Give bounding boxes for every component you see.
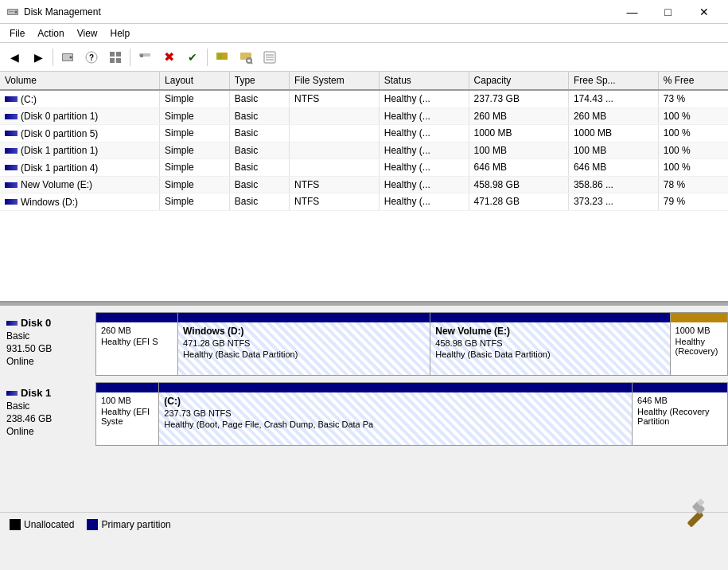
legend-unallocated: Unallocated xyxy=(10,519,74,530)
table-row[interactable]: Windows (D:)SimpleBasicNTFSHealthy (...4… xyxy=(0,193,728,211)
table-header: Volume Layout Type File System Status Ca… xyxy=(0,72,728,90)
toolbar-separator-2 xyxy=(130,49,130,66)
svg-line-19 xyxy=(251,62,252,64)
partition-detail: Healthy (EFI S xyxy=(101,337,173,346)
table-cell: 100 % xyxy=(658,159,728,177)
table-row[interactable]: (Disk 0 partition 1)SimpleBasicHealthy (… xyxy=(0,107,728,125)
accept-button[interactable]: ✔ xyxy=(181,46,204,68)
table-cell: 1000 MB xyxy=(469,125,568,142)
app-icon xyxy=(6,6,19,18)
table-cell: 1000 MB xyxy=(568,125,658,142)
back-button[interactable]: ◀ xyxy=(3,46,25,68)
refresh-button[interactable] xyxy=(134,46,156,68)
partition-disk1-0[interactable]: 100 MBHealthy (EFI Syste xyxy=(96,383,159,445)
svg-rect-11 xyxy=(110,58,115,63)
partition-disk1-2[interactable]: 646 MBHealthy (Recovery Partition xyxy=(633,383,727,445)
partition-header xyxy=(430,313,669,322)
table-cell: 646 MB xyxy=(568,159,658,177)
table-cell: 100 % xyxy=(658,142,728,159)
legend: Unallocated Primary partition xyxy=(0,512,728,537)
table-cell: Simple xyxy=(160,193,230,211)
close-button[interactable]: ✕ xyxy=(686,0,722,24)
maximize-button[interactable]: □ xyxy=(650,0,686,24)
delete-button[interactable]: ✖ xyxy=(158,46,180,68)
table-cell xyxy=(289,142,379,159)
table-cell: NTFS xyxy=(289,90,379,107)
find-button[interactable] xyxy=(235,46,257,68)
table-cell: Simple xyxy=(160,107,230,125)
menu-file[interactable]: File xyxy=(3,26,31,41)
partition-body: 260 MBHealthy (EFI S xyxy=(96,322,177,375)
window-controls: — □ ✕ xyxy=(614,0,722,24)
disk-map-container: Disk 0 Basic 931.50 GB Online 260 MBHeal… xyxy=(0,312,728,446)
table-row[interactable]: (C:)SimpleBasicNTFSHealthy (...237.73 GB… xyxy=(0,90,728,107)
table-cell: 260 MB xyxy=(568,107,658,125)
svg-text:?: ? xyxy=(89,53,94,62)
partition-header xyxy=(633,383,727,392)
partition-size: 646 MB xyxy=(637,396,722,405)
partition-disk0-0[interactable]: 260 MBHealthy (EFI S xyxy=(96,313,178,375)
table-row[interactable]: (Disk 0 partition 5)SimpleBasicHealthy (… xyxy=(0,125,728,142)
table-row[interactable]: (Disk 1 partition 4)SimpleBasicHealthy (… xyxy=(0,159,728,177)
partition-body: (C:)237.73 GB NTFSHealthy (Boot, Page Fi… xyxy=(159,392,632,445)
partition-detail: Healthy (Recovery Partition xyxy=(637,407,722,426)
menu-action[interactable]: Action xyxy=(31,26,70,41)
partition-name: Windows (D:) xyxy=(183,326,425,337)
partition-size: 100 MB xyxy=(101,396,154,405)
disk-partitions-disk1: 100 MBHealthy (EFI Syste(C:)237.73 GB NT… xyxy=(95,382,728,446)
col-status[interactable]: Status xyxy=(379,72,469,90)
details-button[interactable] xyxy=(259,46,281,68)
col-layout[interactable]: Layout xyxy=(160,72,230,90)
minimize-button[interactable]: — xyxy=(614,0,650,24)
table-cell: 260 MB xyxy=(469,107,568,125)
partition-disk0-3[interactable]: 1000 MBHealthy (Recovery) xyxy=(671,313,727,375)
col-filesystem[interactable]: File System xyxy=(289,72,379,90)
help-button[interactable]: ? xyxy=(80,46,103,68)
partition-header xyxy=(96,313,177,322)
partition-size: 237.73 GB NTFS xyxy=(164,408,627,418)
up-button[interactable] xyxy=(211,46,233,68)
table-cell: 73 % xyxy=(658,90,728,107)
table-cell: 358.86 ... xyxy=(568,176,658,193)
view-properties-button[interactable] xyxy=(104,46,127,68)
partition-disk1-1[interactable]: (C:)237.73 GB NTFSHealthy (Boot, Page Fi… xyxy=(159,383,633,445)
col-type[interactable]: Type xyxy=(229,72,289,90)
window-title: Disk Management xyxy=(24,6,101,18)
partition-detail: Healthy (Recovery) xyxy=(675,337,722,356)
partition-detail: Healthy (EFI Syste xyxy=(101,407,154,426)
table-cell: Basic xyxy=(229,193,289,211)
cell-volume: (Disk 0 partition 1) xyxy=(0,107,160,125)
col-capacity[interactable]: Capacity xyxy=(469,72,568,90)
table-cell: Healthy (... xyxy=(379,159,469,177)
table-cell: Healthy (... xyxy=(379,176,469,193)
col-freespace[interactable]: Free Sp... xyxy=(568,72,658,90)
table-cell: 100 % xyxy=(658,107,728,125)
partition-disk0-2[interactable]: New Volume (E:)458.98 GB NTFSHealthy (Ba… xyxy=(430,313,670,375)
partition-body: 646 MBHealthy (Recovery Partition xyxy=(633,392,727,445)
disk-type: Basic xyxy=(6,400,89,412)
cell-volume: Windows (D:) xyxy=(0,193,160,211)
partition-name: New Volume (E:) xyxy=(435,326,664,337)
partition-name: (C:) xyxy=(164,396,627,407)
partition-size: 1000 MB xyxy=(675,326,722,335)
col-percentfree[interactable]: % Free xyxy=(658,72,728,90)
table-cell: 78 % xyxy=(658,176,728,193)
forward-button[interactable]: ▶ xyxy=(27,46,49,68)
table-cell: Basic xyxy=(229,176,289,193)
col-volume[interactable]: Volume xyxy=(0,72,160,90)
table-cell: NTFS xyxy=(289,176,379,193)
table-cell: Basic xyxy=(229,125,289,142)
menu-view[interactable]: View xyxy=(71,26,104,41)
cell-volume: (C:) xyxy=(0,90,160,107)
partition-detail: Healthy (Basic Data Partition) xyxy=(183,349,425,359)
table-row[interactable]: New Volume (E:)SimpleBasicNTFSHealthy (.… xyxy=(0,176,728,193)
disk-label-disk1: Disk 1 Basic 238.46 GB Online xyxy=(0,382,95,446)
cell-volume: (Disk 0 partition 5) xyxy=(0,125,160,142)
partition-disk0-1[interactable]: Windows (D:)471.28 GB NTFSHealthy (Basic… xyxy=(178,313,430,375)
table-row[interactable]: (Disk 1 partition 1)SimpleBasicHealthy (… xyxy=(0,142,728,159)
menu-help[interactable]: Help xyxy=(104,26,137,41)
partition-detail: Healthy (Boot, Page File, Crash Dump, Ba… xyxy=(164,420,627,429)
disk-properties-button[interactable] xyxy=(56,46,79,68)
table-cell: Simple xyxy=(160,90,230,107)
table-cell: 471.28 GB xyxy=(469,193,568,211)
